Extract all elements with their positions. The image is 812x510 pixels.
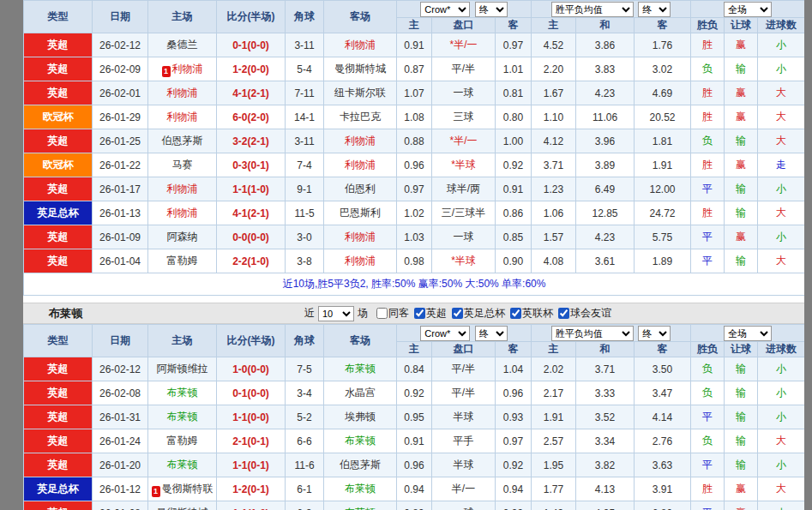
result-handicap: 输 xyxy=(725,405,758,429)
filter-英足总杯[interactable]: 英足总杯 xyxy=(452,306,505,321)
t2-scope-select[interactable]: 全场 xyxy=(724,326,772,341)
odds-company-select[interactable]: Crow* xyxy=(420,2,470,17)
scope-select[interactable]: 全场 xyxy=(724,2,772,17)
t2-avg-lose-header: 客 xyxy=(635,342,691,357)
result-goals: 小 xyxy=(758,405,804,429)
result-goals: 大 xyxy=(758,105,804,129)
corners-cell: 3-11 xyxy=(286,33,324,57)
league-badge: 英足总杯 xyxy=(24,477,93,501)
result-goals: 小 xyxy=(758,501,804,510)
odds-away: 0.97 xyxy=(496,429,532,453)
home-team: 布莱顿 xyxy=(148,381,217,405)
handicap-cell: 一球 xyxy=(432,81,496,105)
avg-odds-select[interactable]: 胜平负均值 xyxy=(551,2,634,17)
filter-checkbox[interactable] xyxy=(558,308,569,319)
match-date: 26-01-24 xyxy=(93,429,148,453)
filter-球会友谊[interactable]: 球会友谊 xyxy=(558,306,611,321)
avg-win: 2.17 xyxy=(532,381,576,405)
avg-win: 1.91 xyxy=(532,405,576,429)
score-cell: 0-0(0-0) xyxy=(217,225,286,249)
filter-英超[interactable]: 英超 xyxy=(414,306,447,321)
avg-win: 2.57 xyxy=(532,429,576,453)
t2-col-home-header: 主场 xyxy=(148,325,217,357)
away-team: 利物浦 xyxy=(324,225,397,249)
result-handicap: 赢 xyxy=(725,105,758,129)
t2-odds-home-header: 主 xyxy=(397,342,432,357)
t2-avg-odds-select[interactable]: 胜平负均值 xyxy=(551,326,634,341)
league-badge: 欧冠杯 xyxy=(24,153,93,177)
home-team: 1曼彻斯特联 xyxy=(148,477,217,501)
score-cell: 1-0(0-0) xyxy=(217,357,286,381)
avg-draw: 3.96 xyxy=(576,129,635,153)
col-score-header: 比分(半场) xyxy=(217,1,286,33)
match-date: 26-01-17 xyxy=(93,177,148,201)
away-team: 利物浦 xyxy=(324,249,397,273)
filter-checkbox[interactable] xyxy=(452,308,463,319)
match-date: 26-01-31 xyxy=(93,405,148,429)
league-badge: 英超 xyxy=(24,177,93,201)
corners-cell: 11-6 xyxy=(286,453,324,477)
t2-odds-company-select[interactable]: Crow* xyxy=(420,326,470,341)
avg-draw: 12.85 xyxy=(576,201,635,225)
filter-checkbox[interactable] xyxy=(510,308,521,319)
odds-away: 1.04 xyxy=(496,357,532,381)
result-wdl: 平 xyxy=(691,177,725,201)
avg-draw: 4.23 xyxy=(576,225,635,249)
score-cell: 0-1(0-0) xyxy=(217,33,286,57)
handicap-header: 盘口 xyxy=(432,18,496,33)
handicap-cell: 半/一 xyxy=(432,477,496,501)
filter-checkbox[interactable] xyxy=(414,308,425,319)
handicap-cell: 三球 xyxy=(432,105,496,129)
filter-controls: 近 10 场 同客英超英足总杯英联杯球会友谊 xyxy=(304,306,611,321)
avg-lose: 1.89 xyxy=(635,249,691,273)
result-wdl: 胜 xyxy=(691,105,725,129)
result-handicap: 输 xyxy=(725,453,758,477)
result-wdl: 胜 xyxy=(691,81,725,105)
avg-lose: 5.75 xyxy=(635,225,691,249)
score-cell: 1-2(0-0) xyxy=(217,57,286,81)
avg-win: 1.67 xyxy=(532,81,576,105)
odds-final-select[interactable]: 终 xyxy=(475,2,508,17)
avg-final-select[interactable]: 终 xyxy=(638,2,671,17)
filter-同客[interactable]: 同客 xyxy=(376,306,409,321)
handicap-cell: 球半/两 xyxy=(432,177,496,201)
home-team: 阿斯顿维拉 xyxy=(148,357,217,381)
odds-home: 0.94 xyxy=(397,477,432,501)
avg-draw: 4.23 xyxy=(576,81,635,105)
t2-avg-final-select[interactable]: 终 xyxy=(638,326,671,341)
corners-cell: 5-2 xyxy=(286,405,324,429)
handicap-cell: 半球 xyxy=(432,453,496,477)
handicap-cell: 三/三球半 xyxy=(432,201,496,225)
result-header: 胜负 xyxy=(691,18,725,33)
recent-count-select[interactable]: 10 xyxy=(318,306,354,321)
match-row: 英超26-02-01利物浦4-1(2-1)7-11纽卡斯尔联1.07一球0.81… xyxy=(24,81,805,105)
filter-label: 英足总杯 xyxy=(464,306,505,321)
away-team: 利物浦 xyxy=(324,33,397,57)
league-badge: 欧冠杯 xyxy=(24,105,93,129)
result-wdl: 负 xyxy=(691,429,725,453)
t2-odds-away-header: 客 xyxy=(496,342,532,357)
away-team: 卡拉巴克 xyxy=(324,105,397,129)
odds-away-header: 客 xyxy=(496,18,532,33)
filter-英联杯[interactable]: 英联杯 xyxy=(510,306,553,321)
match-date: 26-02-12 xyxy=(93,357,148,381)
t2-handicap-result-header: 让球 xyxy=(725,342,758,357)
odds-home: 0.96 xyxy=(397,453,432,477)
filter-checkbox[interactable] xyxy=(376,308,388,319)
t2-odds-final-select[interactable]: 终 xyxy=(475,326,508,341)
match-date: 26-01-13 xyxy=(93,201,148,225)
avg-win: 4.12 xyxy=(532,129,576,153)
league-badge: 英超 xyxy=(24,501,93,510)
score-cell: 6-0(2-0) xyxy=(217,105,286,129)
result-wdl: 负 xyxy=(691,57,725,81)
result-handicap: 输 xyxy=(725,201,758,225)
avg-odds-group: 胜平负均值 终 xyxy=(532,1,691,18)
result-goals: 大 xyxy=(758,129,804,153)
result-handicap: 赢 xyxy=(725,33,758,57)
avg-lose: 1.91 xyxy=(635,153,691,177)
result-handicap: 输 xyxy=(725,57,758,81)
result-goals: 大 xyxy=(758,81,804,105)
odds-away: 0.91 xyxy=(496,177,532,201)
score-cell: 2-2(1-0) xyxy=(217,249,286,273)
result-wdl: 负 xyxy=(691,381,725,405)
